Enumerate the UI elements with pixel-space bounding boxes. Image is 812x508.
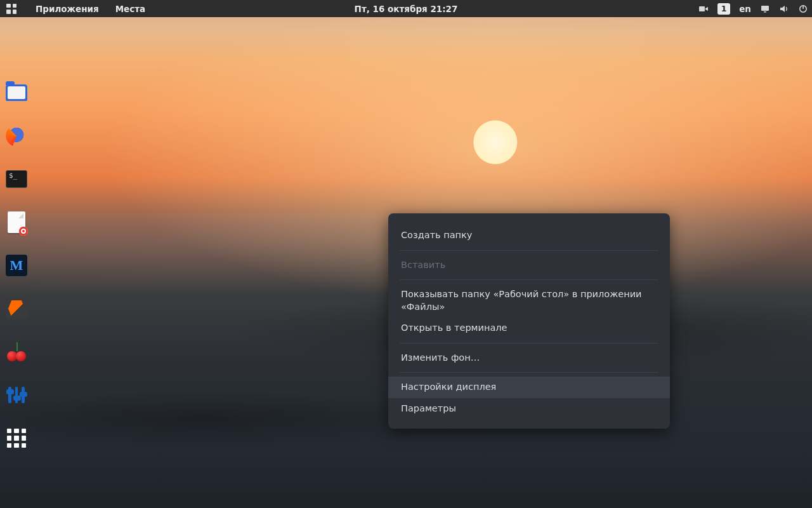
volume-icon[interactable] bbox=[779, 4, 789, 14]
svg-rect-0 bbox=[699, 6, 705, 11]
menu-settings[interactable]: Параметры bbox=[388, 398, 670, 420]
terminal-icon bbox=[6, 170, 27, 188]
launcher-dock: M bbox=[5, 81, 28, 450]
activities-icon bbox=[6, 4, 16, 14]
menu-separator bbox=[400, 250, 658, 251]
menu-paste: Вставить bbox=[388, 255, 670, 276]
desktop[interactable]: Приложения Места Пт, 16 октября 21:27 1 … bbox=[0, 0, 812, 508]
menu-separator bbox=[400, 343, 658, 344]
top-panel: Приложения Места Пт, 16 октября 21:27 1 … bbox=[0, 0, 812, 17]
network-icon[interactable] bbox=[760, 4, 770, 14]
svg-rect-1 bbox=[761, 6, 769, 11]
menu-separator bbox=[400, 372, 658, 373]
show-applications[interactable] bbox=[5, 427, 28, 450]
activities-button[interactable] bbox=[4, 4, 19, 14]
keyboard-layout[interactable]: en bbox=[739, 4, 751, 14]
text-editor-app[interactable] bbox=[5, 211, 28, 234]
firefox-app[interactable] bbox=[5, 124, 28, 147]
menu-open-terminal[interactable]: Открыть в терминале bbox=[388, 318, 670, 339]
places-menu[interactable]: Места bbox=[115, 4, 146, 14]
settings-sliders-app[interactable] bbox=[5, 384, 28, 406]
menu-new-folder[interactable]: Создать папку bbox=[388, 225, 670, 246]
firefox-icon bbox=[6, 125, 27, 147]
files-app[interactable] bbox=[5, 81, 28, 104]
metasploit-icon: M bbox=[6, 255, 27, 276]
menu-separator bbox=[400, 279, 658, 280]
svg-rect-4 bbox=[802, 5, 804, 9]
sliders-icon bbox=[6, 384, 27, 406]
cherry-icon bbox=[6, 341, 27, 363]
folder-icon bbox=[6, 84, 27, 101]
clock[interactable]: Пт, 16 октября 21:27 bbox=[355, 4, 458, 14]
burp-app[interactable] bbox=[5, 297, 28, 320]
applications-menu[interactable]: Приложения bbox=[36, 4, 99, 14]
document-edit-icon bbox=[8, 211, 25, 233]
menu-change-background[interactable]: Изменить фон… bbox=[388, 347, 670, 369]
workspace-indicator[interactable]: 1 bbox=[717, 3, 730, 15]
menu-display-settings[interactable]: Настройки дисплея bbox=[388, 377, 670, 398]
svg-rect-2 bbox=[764, 11, 766, 13]
screen-recorder-icon[interactable] bbox=[698, 4, 709, 14]
menu-show-desktop-in-files[interactable]: Показывать папку «Рабочий стол» в прилож… bbox=[388, 284, 670, 318]
grid-icon bbox=[7, 429, 26, 448]
terminal-app[interactable] bbox=[5, 168, 28, 190]
metasploit-app[interactable]: M bbox=[5, 254, 28, 277]
burp-icon bbox=[6, 298, 27, 319]
cherrytree-app[interactable] bbox=[5, 340, 28, 363]
desktop-context-menu: Создать папку Вставить Показывать папку … bbox=[388, 213, 670, 429]
power-icon[interactable] bbox=[798, 4, 808, 14]
